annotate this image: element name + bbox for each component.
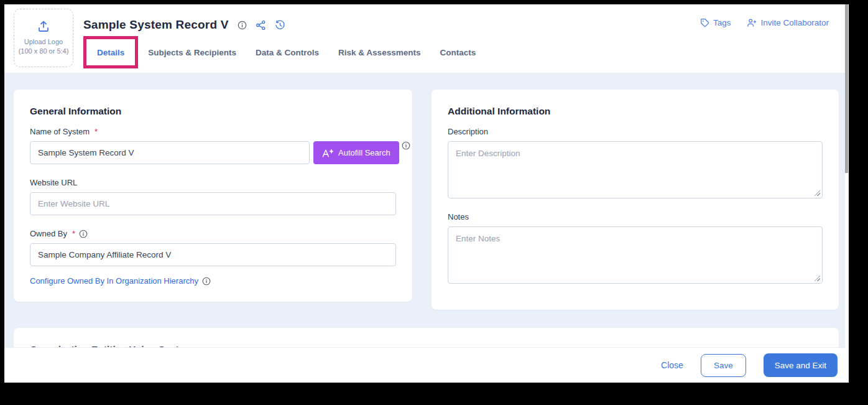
organization-entities-card: Organization Entities Using System: [14, 328, 839, 347]
general-information-card: General Information Name of System* Auto…: [14, 90, 412, 302]
owned-by-info-icon[interactable]: [79, 230, 88, 238]
scrollbar-thumb[interactable]: [845, 4, 848, 173]
additional-information-card: Additional Information Description Notes: [432, 90, 839, 310]
owned-by-input[interactable]: [30, 243, 396, 266]
name-of-system-input[interactable]: [30, 141, 310, 164]
configure-owned-by-info-icon[interactable]: [202, 277, 211, 286]
invite-collaborator-label: Invite Collaborator: [760, 18, 829, 27]
tab-risk-assessments[interactable]: Risk & Assessments: [338, 48, 420, 57]
vertical-scrollbar[interactable]: [845, 4, 849, 383]
website-url-label: Website URL: [30, 178, 396, 187]
tags-label: Tags: [713, 18, 731, 27]
tag-icon: [700, 18, 709, 27]
tab-contacts[interactable]: Contacts: [440, 48, 476, 57]
upload-logo-dropzone[interactable]: Upload Logo (100 x 80 or 5:4): [14, 9, 73, 67]
notes-textarea[interactable]: [448, 226, 823, 284]
details-tab-highlight: Details: [83, 36, 138, 68]
person-add-icon: [747, 18, 757, 27]
required-asterisk: *: [95, 127, 98, 136]
tags-button[interactable]: Tags: [700, 18, 731, 27]
additional-information-heading: Additional Information: [448, 106, 823, 117]
save-and-exit-button[interactable]: Save and Exit: [764, 353, 838, 377]
upload-logo-hint: (100 x 80 or 5:4): [19, 47, 69, 56]
resize-handle[interactable]: [815, 190, 820, 196]
page-title: Sample System Record V: [83, 18, 229, 32]
notes-label: Notes: [448, 212, 823, 221]
share-icon[interactable]: [256, 20, 266, 30]
action-footer: Close Save Save and Exit: [4, 347, 849, 383]
upload-logo-label: Upload Logo: [24, 37, 63, 47]
history-icon[interactable]: [275, 20, 285, 30]
configure-owned-by-label: Configure Owned By In Organization Hiera…: [30, 276, 198, 286]
upload-icon: [37, 20, 50, 32]
website-url-input[interactable]: [30, 192, 396, 215]
app-window: Upload Logo (100 x 80 or 5:4) Sample Sys…: [4, 4, 849, 383]
autofill-search-button[interactable]: Autofill Search: [313, 141, 399, 164]
record-header: Upload Logo (100 x 80 or 5:4) Sample Sys…: [4, 4, 849, 73]
description-label: Description: [448, 127, 823, 136]
record-details-content: General Information Name of System* Auto…: [4, 73, 849, 347]
tab-subjects-recipients[interactable]: Subjects & Recipients: [148, 48, 236, 57]
tabs: Details Subjects & Recipients Data & Con…: [83, 35, 495, 70]
resize-handle[interactable]: [815, 276, 820, 281]
general-information-heading: General Information: [30, 106, 396, 117]
invite-collaborator-button[interactable]: Invite Collaborator: [747, 18, 829, 27]
tab-data-controls[interactable]: Data & Controls: [256, 48, 319, 57]
title-info-icon[interactable]: [238, 21, 247, 30]
required-asterisk: *: [72, 229, 75, 238]
close-button[interactable]: Close: [661, 360, 683, 370]
header-actions: Tags Invite Collaborator: [700, 18, 829, 27]
title-row: Sample System Record V: [83, 16, 495, 34]
autofill-info-icon[interactable]: [402, 141, 410, 150]
autofill-search-label: Autofill Search: [338, 148, 390, 157]
configure-owned-by-link[interactable]: Configure Owned By In Organization Hiera…: [30, 276, 396, 286]
autofill-ai-icon: [322, 149, 334, 157]
owned-by-label: Owned By*: [30, 229, 396, 238]
tab-details[interactable]: Details: [97, 48, 124, 57]
header-main: Sample System Record V: [83, 9, 495, 73]
save-button[interactable]: Save: [701, 354, 746, 377]
name-of-system-label: Name of System*: [30, 127, 396, 136]
description-textarea[interactable]: [448, 141, 823, 198]
